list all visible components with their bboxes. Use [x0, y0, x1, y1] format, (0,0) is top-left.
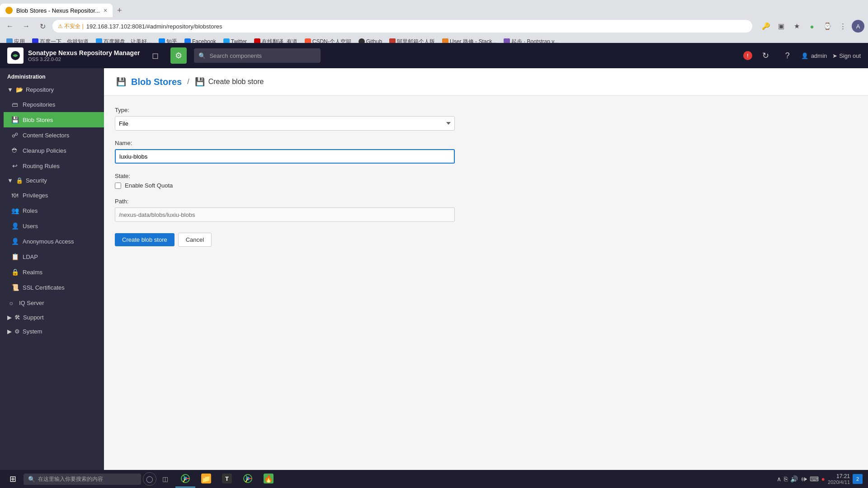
network-icon[interactable]: ⎘	[784, 475, 788, 483]
search-box[interactable]: 🔍 Search components	[194, 48, 321, 63]
browser-actions: 🔑 ▣ ★ ● ⌚ ⋮ A	[760, 20, 864, 33]
key-icon[interactable]: 🔑	[760, 20, 772, 33]
cast-icon[interactable]: ⌚	[821, 20, 834, 33]
sidebar-item-anonymous-access[interactable]: 👤 Anonymous Access	[4, 234, 104, 249]
refresh-icon-button[interactable]: ↻	[758, 47, 774, 64]
speakers-icon[interactable]: 🕪	[801, 475, 807, 483]
taskbar-explorer-button[interactable]: 📁	[196, 470, 216, 488]
taskbar-clock[interactable]: 17:21 2020/4/11	[828, 473, 850, 485]
help-icon-button[interactable]: ?	[779, 47, 796, 64]
search-placeholder: Search components	[209, 52, 262, 59]
taskbar-search[interactable]: 🔍 在这里输入你要搜索的内容	[24, 474, 141, 485]
create-blobstore-button[interactable]: Create blob store	[115, 233, 175, 246]
tab-title: Blob Stores - Nexus Repositor...	[16, 7, 100, 14]
box-icon-button[interactable]: ◻	[147, 47, 163, 64]
system-icon: ⚙	[14, 328, 20, 335]
sidebar-item-label: SSL Certificates	[23, 284, 65, 291]
sidebar-group-support-toggle[interactable]: ▶ 🛠 Support	[0, 310, 104, 324]
forward-button[interactable]: →	[20, 20, 33, 33]
clock-date: 2020/4/11	[828, 479, 850, 485]
cancel-button[interactable]: Cancel	[178, 233, 212, 247]
task-view-button[interactable]: ◫	[158, 472, 172, 486]
user-display[interactable]: 👤 admin	[801, 52, 827, 59]
sidebar-item-repositories[interactable]: 🗃 Repositories	[4, 97, 104, 112]
taskbar-chrome2-button[interactable]	[238, 470, 258, 488]
type-select[interactable]: File	[115, 116, 455, 131]
sidebar-item-ldap[interactable]: 📋 LDAP	[4, 249, 104, 264]
extension-icon[interactable]: ▣	[775, 20, 788, 33]
sidebar-item-privileges[interactable]: 🍽 Privileges	[4, 188, 104, 203]
sidebar-admin-header: Administration	[0, 68, 104, 83]
taskbar-search-icon: 🔍	[28, 476, 35, 483]
type-label: Type:	[115, 107, 455, 113]
address-input[interactable]: ⚠ 不安全 | 192.168.137.102:8081/#admin/repo…	[52, 20, 752, 33]
name-input[interactable]	[115, 149, 455, 164]
taskbar-typora-button[interactable]: T	[217, 470, 237, 488]
cortana-button[interactable]: ◯	[143, 472, 156, 486]
active-tab[interactable]: Blob Stores - Nexus Repositor... ×	[0, 4, 113, 17]
logo-title: Sonatype Nexus Repository Manager	[28, 49, 140, 56]
antivirus-icon[interactable]: ●	[821, 475, 825, 483]
volume-icon[interactable]: 🔊	[790, 475, 798, 483]
sidebar-item-label: Anonymous Access	[23, 238, 74, 245]
soft-quota-checkbox[interactable]	[115, 183, 121, 189]
support-label: Support	[23, 314, 44, 321]
chrome-icon[interactable]: ●	[806, 20, 818, 33]
settings-icon-button[interactable]: ⚙	[170, 47, 187, 64]
path-input	[115, 207, 455, 222]
nexus-taskbar-icon: 🔥	[264, 474, 274, 483]
iq-icon: ☼	[7, 299, 15, 307]
taskbar-chrome-button[interactable]	[175, 470, 195, 488]
taskbar-nexus-button[interactable]: 🔥	[259, 470, 278, 488]
sidebar-group-security-toggle[interactable]: ▼ 🔒 Security	[0, 174, 104, 188]
back-button[interactable]: ←	[4, 20, 16, 33]
more-icon[interactable]: ⋮	[836, 20, 849, 33]
sidebar-item-ssl-certificates[interactable]: 📜 SSL Certificates	[4, 280, 104, 295]
soft-quota-label[interactable]: Enable Soft Quota	[125, 182, 173, 189]
sidebar-item-label: Users	[23, 223, 38, 230]
security-warning-icon: ⚠ 不安全 |	[58, 23, 84, 30]
taskbar-search-text: 在这里输入你要搜索的内容	[38, 475, 103, 483]
signout-button[interactable]: ➤ Sign out	[832, 52, 861, 59]
error-badge[interactable]: !	[743, 51, 752, 60]
chevron-up-icon[interactable]: ∧	[777, 475, 781, 483]
tab-close-button[interactable]: ×	[104, 7, 107, 14]
notification-button[interactable]: 2	[853, 474, 863, 484]
sidebar-item-content-selectors[interactable]: ☍ Content Selectors	[4, 127, 104, 143]
support-icon: 🛠	[14, 314, 20, 321]
sidebar-group-repository-toggle[interactable]: ▼ 📂 Repository	[0, 83, 104, 97]
arrow-right-icon: ▶	[7, 328, 12, 335]
signout-label: Sign out	[839, 52, 861, 59]
roles-icon: 👥	[11, 206, 19, 215]
repositories-icon: 🗃	[11, 100, 19, 108]
sidebar-item-roles[interactable]: 👥 Roles	[4, 203, 104, 218]
keyboard-icon[interactable]: ⌨	[810, 475, 819, 483]
sidebar-item-routing-rules[interactable]: ↩ Routing Rules	[4, 158, 104, 174]
profile-button[interactable]: A	[852, 20, 864, 33]
main-area: Administration ▼ 📂 Repository 🗃 Reposito…	[0, 68, 868, 488]
sidebar-item-cleanup-policies[interactable]: ⛑ Cleanup Policies	[4, 143, 104, 158]
repo-icon: 📂	[16, 86, 23, 93]
star-icon[interactable]: ★	[790, 20, 803, 33]
breadcrumb-link[interactable]: Blob Stores	[131, 77, 182, 87]
arrow-right-icon: ▶	[7, 314, 12, 321]
security-group-label: Security	[26, 177, 47, 184]
nav-right: ! ↻ ? 👤 admin ➤ Sign out	[743, 47, 861, 64]
start-button[interactable]: ⊞	[4, 472, 22, 486]
chrome2-taskbar-icon	[243, 474, 253, 483]
sidebar-item-realms[interactable]: 🔒 Realms	[4, 264, 104, 280]
arrow-down-icon: ▼	[7, 86, 13, 93]
anonymous-icon: 👤	[11, 237, 19, 245]
sidebar-item-users[interactable]: 👤 Users	[4, 218, 104, 234]
chrome-taskbar-icon	[180, 474, 190, 483]
soft-quota-row: Enable Soft Quota	[115, 182, 455, 189]
form-container: Type: File Name: State: Enable Soft Quot…	[104, 96, 466, 258]
sidebar-group-security: ▼ 🔒 Security 🍽 Privileges 👥 Roles 👤	[0, 174, 104, 295]
new-tab-button[interactable]: +	[113, 4, 126, 17]
sidebar-group-system-toggle[interactable]: ▶ ⚙ System	[0, 324, 104, 338]
username-label: admin	[811, 52, 827, 59]
address-bar-row: ← → ↻ ⚠ 不安全 | 192.168.137.102:8081/#admi…	[0, 17, 868, 35]
sidebar-item-blobstores[interactable]: 💾 Blob Stores	[4, 112, 104, 127]
sidebar-item-iq-server[interactable]: ☼ IQ Server	[0, 295, 104, 310]
refresh-button[interactable]: ↻	[36, 20, 49, 33]
